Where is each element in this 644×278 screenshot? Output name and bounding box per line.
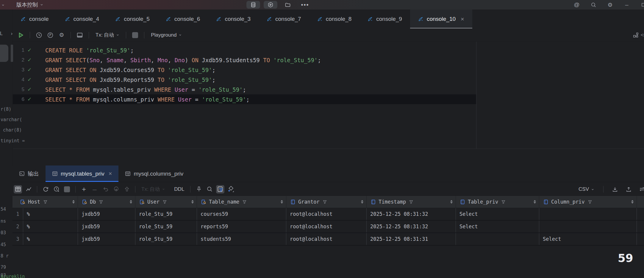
editor-tab-console_3[interactable]: console_3 xyxy=(208,10,259,29)
table-row-1[interactable]: 1%jxdb59role_Stu_59courses59root@localho… xyxy=(12,208,644,221)
column-filter-button[interactable] xyxy=(162,200,167,204)
close-icon[interactable]: × xyxy=(461,16,464,22)
column-header-User[interactable]: User xyxy=(135,196,197,208)
editor-tab-console_8[interactable]: console_8 xyxy=(309,10,360,29)
column-header-Timestamp[interactable]: Timestamp xyxy=(367,196,456,208)
grid-view-toggle[interactable] xyxy=(14,185,22,193)
column-header-Db[interactable]: Db xyxy=(78,196,135,208)
cell-grantor[interactable]: root@localhost xyxy=(286,221,367,232)
stripe-expand-control[interactable]: L › xyxy=(0,31,12,36)
sort-control[interactable] xyxy=(72,200,75,204)
database-tool-button[interactable] xyxy=(246,1,260,9)
more-actions-button[interactable]: ••• xyxy=(298,1,312,9)
cell-grantor[interactable]: root@localhost xyxy=(286,233,367,245)
filter-toggle[interactable] xyxy=(216,185,224,193)
maximize-button[interactable] xyxy=(640,1,644,8)
cell-column_priv[interactable] xyxy=(539,221,637,232)
compare-transfer-button[interactable] xyxy=(638,185,644,193)
editor-line-2[interactable]: 2✓GRANT SELECT(Sno, Sname, Sbirth, Mno, … xyxy=(12,55,476,65)
console-settings-button[interactable]: ⚙ xyxy=(57,31,66,39)
ddl-button[interactable]: DDL xyxy=(172,186,186,192)
import-upload-button[interactable] xyxy=(624,185,633,193)
results-tab-输出[interactable]: 输出 xyxy=(12,165,46,182)
stop-button[interactable] xyxy=(131,31,139,39)
auto-refresh-button[interactable] xyxy=(52,185,60,193)
export-format-dropdown[interactable]: CSV xyxy=(577,186,596,192)
settings-button[interactable]: ⚙ xyxy=(607,1,614,8)
cell-timestamp[interactable]: 2025-12-25 08:31:32 xyxy=(367,221,456,232)
editor-line-6[interactable]: 6✓SELECT * FROM mysql.columns_priv WHERE… xyxy=(12,94,476,104)
table-row-2[interactable]: 2%jxdb59role_Stu_59reports59root@localho… xyxy=(12,221,644,233)
column-filter-button[interactable] xyxy=(409,200,413,204)
cell-host[interactable]: % xyxy=(23,233,78,245)
column-filter-button[interactable] xyxy=(501,200,506,204)
cell-column_priv[interactable]: Select xyxy=(539,233,637,245)
sort-control[interactable] xyxy=(631,200,634,204)
delete-row-button[interactable]: – xyxy=(90,185,99,193)
column-filter-button[interactable] xyxy=(99,200,103,204)
editor-tab-console_9[interactable]: console_9 xyxy=(359,10,410,29)
column-header-Column_priv[interactable]: Column_priv xyxy=(539,196,637,208)
grid-tx-dropdown[interactable]: Tx: 自动 xyxy=(140,186,167,193)
tool-window-pill[interactable] xyxy=(0,45,8,62)
run-button[interactable] xyxy=(17,31,25,39)
column-filter-button[interactable] xyxy=(242,200,247,204)
column-filter-button[interactable] xyxy=(588,200,592,204)
sort-control[interactable] xyxy=(450,200,453,204)
sort-control[interactable] xyxy=(361,200,363,204)
cell-user[interactable]: role_Stu_59 xyxy=(135,208,197,220)
cell-db[interactable]: jxdb59 xyxy=(78,233,135,245)
chart-view-toggle[interactable] xyxy=(24,185,33,193)
editor-tab-console_10[interactable]: console_10× xyxy=(410,10,472,29)
sort-control[interactable] xyxy=(281,200,283,204)
vcs-menu[interactable]: 版本控制 xyxy=(16,0,43,10)
parameters-button[interactable]: P xyxy=(46,31,54,39)
find-in-grid-button[interactable] xyxy=(205,185,214,193)
editor-line-1[interactable]: 1✓CREATE ROLE 'role_Stu_59'; xyxy=(12,45,476,55)
editor-tab-console_6[interactable]: console_6 xyxy=(158,10,208,29)
schema-switcher[interactable]: <s xyxy=(633,29,644,42)
table-row-3[interactable]: 3%jxdb59role_Stu_59students59root@localh… xyxy=(12,233,644,246)
editor-tab-console_7[interactable]: console_7 xyxy=(259,10,309,29)
cell-timestamp[interactable]: 2025-12-25 08:31:31 xyxy=(367,233,456,245)
pin-tab-button[interactable] xyxy=(195,185,203,193)
column-header-Host[interactable]: Host xyxy=(12,196,78,208)
run-configuration-button[interactable] xyxy=(264,1,277,9)
minimize-button[interactable]: – xyxy=(623,1,630,8)
cell-table_name[interactable]: courses59 xyxy=(197,208,286,220)
editor-line-4[interactable]: 4✓GRANT SELECT ON Jxdb59.Reports59 TO 'r… xyxy=(12,75,476,85)
sort-control[interactable] xyxy=(130,200,132,204)
editor-tab-console_4[interactable]: console_4 xyxy=(57,10,107,29)
column-filter-button[interactable] xyxy=(43,200,48,204)
cell-grantor[interactable]: root@localhost xyxy=(286,208,367,220)
cell-column_priv[interactable] xyxy=(539,208,637,220)
editor-line-3[interactable]: 3✓GRANT SELECT ON Jxdb59.Courses59 TO 'r… xyxy=(12,65,476,75)
in-editor-results-button[interactable] xyxy=(76,31,84,39)
query-history-button[interactable] xyxy=(35,31,43,39)
playground-dropdown[interactable]: Playground xyxy=(149,32,184,38)
project-button[interactable] xyxy=(281,1,295,9)
cell-table_name[interactable]: reports59 xyxy=(197,221,286,232)
cell-user[interactable]: role_Stu_59 xyxy=(135,233,197,245)
sort-control[interactable] xyxy=(534,200,536,204)
column-header-Table_priv[interactable]: Table_priv xyxy=(456,196,539,208)
export-download-button[interactable] xyxy=(611,185,619,193)
sort-control[interactable] xyxy=(191,200,194,204)
cell-db[interactable]: jxdb59 xyxy=(78,221,135,232)
cell-user[interactable]: role_Stu_59 xyxy=(135,221,197,232)
column-header-Table_name[interactable]: Table_name xyxy=(197,196,286,208)
cell-host[interactable]: % xyxy=(23,208,78,220)
add-row-button[interactable]: + xyxy=(80,185,88,193)
results-tab-mysql.columns_priv[interactable]: mysql.columns_priv xyxy=(118,165,190,182)
column-filter-button[interactable] xyxy=(323,200,327,204)
ai-assistant-button[interactable]: @ xyxy=(573,1,580,8)
editor-tab-console_5[interactable]: console_5 xyxy=(107,10,158,29)
reload-page-button[interactable] xyxy=(112,185,120,193)
cell-timestamp[interactable]: 2025-12-25 08:31:32 xyxy=(367,208,456,220)
close-icon[interactable]: × xyxy=(109,170,112,177)
editor-line-5[interactable]: 5✓SELECT * FROM mysql.tables_priv WHERE … xyxy=(12,85,476,94)
editor-tab-console[interactable]: console xyxy=(12,10,57,29)
sql-editor[interactable]: 1✓CREATE ROLE 'role_Stu_59';2✓GRANT SELE… xyxy=(12,42,644,149)
submit-button[interactable] xyxy=(123,185,131,193)
cell-table_priv[interactable]: Select xyxy=(456,208,539,220)
